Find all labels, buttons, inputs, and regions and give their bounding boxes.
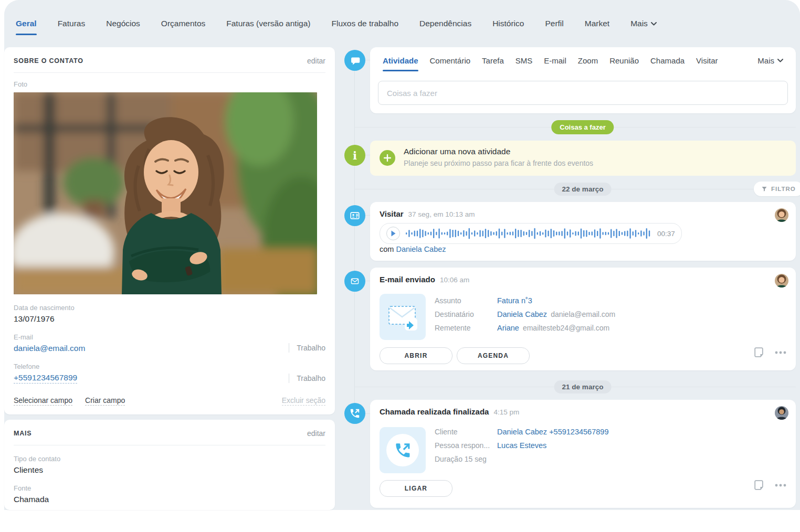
tab-orcamentos[interactable]: Orçamentos [161,19,205,28]
note-icon[interactable] [754,347,763,357]
phone-type-tag: Trabalho [289,374,325,383]
tab-mais-label: Mais [630,19,648,28]
chevron-down-icon [777,59,783,62]
avatar [775,208,788,222]
email-time: 10:06 am [440,276,469,284]
tab-geral[interactable]: Geral [16,19,37,28]
contact-type-field: Tipo de contato Clientes [14,455,325,475]
source-field: Fonte Chamada [14,484,325,504]
phone-value-link[interactable]: +5591234567899 [14,373,77,384]
source-label: Fonte [14,484,325,492]
visit-activity-card: Visitar 37 seg, em 10:13 am 00:37 Veloci… [370,202,796,261]
photo-field-label: Foto [14,80,325,88]
avatar [775,406,788,420]
todo-badge: Coisas a fazer [551,120,614,134]
tab-activity-mais-label: Mais [757,56,774,65]
contact-type-label: Tipo de contato [14,455,325,463]
email-attachment-icon [380,294,426,340]
tab-fluxos[interactable]: Fluxos de trabalho [332,19,399,28]
subject-link[interactable]: Fatura n˚3 [497,296,532,305]
timeline-line [354,60,355,415]
audio-player: 00:37 [380,223,682,244]
client-link[interactable]: Daniela Cabez +5591234567899 [497,428,608,436]
banner-subtitle: Planeje seu próximo passo para ficar à f… [404,159,593,167]
tab-faturas-antiga[interactable]: Faturas (versão antiga) [226,19,310,28]
call-tile-icon [380,427,426,473]
birthdate-field: Data de nascimento 13/07/1976 [14,304,325,324]
tab-email[interactable]: E-mail [544,56,566,65]
more-options-icon[interactable] [775,351,786,354]
sender-link[interactable]: Ariane [497,324,519,332]
email-field: E-mail daniela@email.com Trabalho [14,333,325,353]
tab-tarefa[interactable]: Tarefa [482,56,504,65]
contact-name-link[interactable]: Daniela Cabez [396,245,446,253]
tab-mais[interactable]: Mais [630,19,657,28]
birthdate-value: 13/07/1976 [14,314,325,324]
chevron-down-icon [651,22,657,26]
note-icon[interactable] [754,480,763,490]
client-label: Cliente [435,428,497,436]
more-edit-link[interactable]: editar [307,429,325,438]
visit-time: 37 seg, em 10:13 am [408,210,475,218]
tab-activity-mais[interactable]: Mais [757,56,783,65]
create-field-link[interactable]: Criar campo [85,396,125,406]
tab-zoom[interactable]: Zoom [578,56,598,65]
with-label: com [380,245,394,253]
play-button[interactable] [386,227,400,240]
tab-visitar[interactable]: Visitar [696,56,718,65]
tab-market[interactable]: Market [585,19,609,28]
recipient-email: daniela@email.com [551,310,615,318]
avatar [775,274,788,288]
recipient-link[interactable]: Daniela Cabez [497,310,547,318]
email-title: E-mail enviado [380,275,435,284]
divider [14,72,325,73]
visit-title: Visitar [380,209,404,218]
add-activity-banner[interactable]: Adicionar uma nova atividade Planeje seu… [370,141,796,176]
tab-reuniao[interactable]: Reunião [609,56,639,65]
banner-title: Adicionar uma nova atividade [404,147,510,156]
filter-button[interactable]: FILTRO [754,182,800,196]
tab-atividade[interactable]: Atividade [383,56,418,65]
tab-historico[interactable]: Histórico [492,19,524,28]
owner-link[interactable]: Lucas Esteves [497,441,546,450]
todo-input[interactable] [378,81,788,105]
email-type-tag: Trabalho [289,343,325,353]
more-options-icon[interactable] [775,484,786,487]
tab-negocios[interactable]: Negócios [106,19,140,28]
about-card-title: SOBRE O CONTATO [14,57,83,65]
app-container: Geral Faturas Negócios Orçamentos Fatura… [4,0,800,510]
divider [14,445,325,445]
filter-label: FILTRO [771,186,796,192]
activity-tabs: Atividade Comentário Tarefa SMS E-mail Z… [370,47,796,65]
contact-type-value: Clientes [14,465,325,475]
select-field-link[interactable]: Selecionar campo [14,396,72,406]
tab-dependencias[interactable]: Dependências [419,19,471,28]
activity-composer-card: Atividade Comentário Tarefa SMS E-mail Z… [370,47,796,113]
call-time: 4:15 pm [493,408,519,416]
tab-perfil[interactable]: Perfil [545,19,563,28]
email-label: E-mail [14,333,325,341]
call-duration: Duração 15 seg [435,455,487,463]
audio-waveform[interactable] [405,227,652,240]
delete-section-link[interactable]: Excluir seção [282,396,325,406]
recipient-label: Destinatário [435,310,497,318]
tab-chamada[interactable]: Chamada [650,56,685,65]
sender-email: emailtesteb24@gmail.com [523,324,609,332]
call-button[interactable]: LIGAR [380,480,452,497]
about-edit-link[interactable]: editar [307,57,325,65]
phone-label: Telefone [14,363,325,370]
tab-faturas[interactable]: Faturas [58,19,86,28]
audio-duration: 00:37 [657,230,675,238]
tab-sms[interactable]: SMS [515,56,533,65]
email-value-link[interactable]: daniela@email.com [14,344,325,353]
tab-comentario[interactable]: Comentário [430,56,471,65]
info-icon: i [344,145,365,166]
more-info-card: MAIS editar Tipo de contato Clientes Fon… [4,420,335,510]
source-value: Chamada [14,495,325,504]
email-icon [344,271,365,292]
subject-label: Assunto [435,296,497,305]
contact-card-icon [344,205,365,226]
agenda-button[interactable]: AGENDA [457,347,530,364]
call-title: Chamada realizada finalizada [380,407,489,416]
open-button[interactable]: ABRIR [380,347,452,364]
